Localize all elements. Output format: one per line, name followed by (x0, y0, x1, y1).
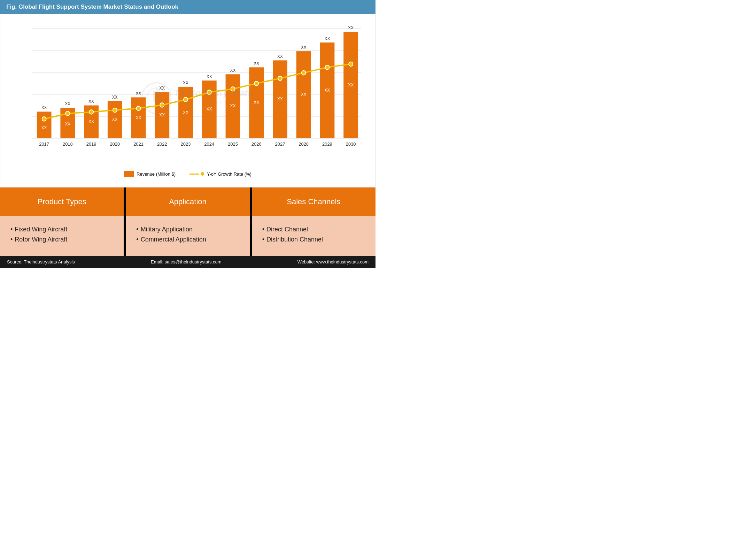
chart-area: XX XX 2017 XX XX 2018 XX XX 2019 XX XX 2… (0, 14, 376, 187)
svg-text:2028: 2028 (299, 141, 309, 147)
svg-text:XX: XX (41, 105, 47, 110)
line-dot-2019 (89, 110, 93, 114)
bottom-section: Product Types Fixed Wing Aircraft Rotor … (0, 187, 376, 256)
list-item: Military Application (136, 226, 239, 233)
svg-text:2020: 2020 (110, 141, 120, 147)
line-dot-2028 (302, 71, 306, 75)
svg-text:2021: 2021 (133, 141, 144, 147)
svg-text:The Industry Stats: The Industry Stats (174, 88, 253, 99)
svg-text:XX: XX (183, 80, 188, 85)
legend-growth: Y-oY Growth Rate (%) (189, 171, 251, 177)
line-dot-2020 (113, 108, 117, 113)
svg-text:XX: XX (88, 119, 94, 124)
svg-text:XX: XX (207, 107, 212, 112)
line-dot-2027 (278, 76, 282, 81)
legend-dot-growth (201, 172, 204, 176)
svg-text:XX: XX (254, 61, 259, 66)
footer-website: Website: www.theindustrystats.com (297, 259, 369, 264)
chart-svg: XX XX 2017 XX XX 2018 XX XX 2019 XX XX 2… (11, 21, 365, 168)
svg-text:XX: XX (324, 87, 330, 92)
legend-label-growth: Y-oY Growth Rate (%) (207, 171, 251, 177)
line-dot-2017 (42, 117, 46, 121)
footer-source: Source: Theindustrystats Analysis (7, 259, 75, 264)
svg-text:XX: XX (254, 100, 259, 105)
svg-text:XX: XX (136, 91, 141, 96)
svg-text:2029: 2029 (322, 141, 332, 147)
svg-text:XX: XX (348, 25, 354, 30)
svg-rect-52 (158, 93, 161, 102)
svg-text:XX: XX (65, 122, 70, 126)
svg-text:XX: XX (41, 125, 47, 130)
page-title: Fig. Global Flight Support System Market… (6, 3, 369, 10)
product-types-content: Fixed Wing Aircraft Rotor Wing Aircraft (0, 216, 124, 256)
product-types-list: Fixed Wing Aircraft Rotor Wing Aircraft (10, 226, 113, 243)
legend-rect-revenue (124, 171, 134, 177)
legend-line-container (189, 172, 204, 176)
svg-text:XX: XX (183, 110, 188, 115)
svg-text:XX: XX (324, 36, 330, 41)
svg-text:XX: XX (88, 99, 94, 104)
svg-text:2019: 2019 (86, 141, 96, 147)
sales-channels-content: Direct Channel Distribution Channel (252, 216, 376, 256)
svg-text:2030: 2030 (346, 141, 356, 147)
page-header: Fig. Global Flight Support System Market… (0, 0, 376, 14)
svg-text:2024: 2024 (204, 141, 214, 147)
footer-email: Email: sales@theindustrystats.com (151, 259, 222, 264)
line-dot-2026 (254, 81, 258, 86)
svg-text:XX: XX (277, 54, 283, 59)
svg-text:2023: 2023 (181, 141, 191, 147)
list-item: Direct Channel (262, 226, 365, 233)
line-dot-2021 (137, 106, 141, 111)
product-types-box: Product Types Fixed Wing Aircraft Rotor … (0, 187, 124, 256)
legend-revenue: Revenue (Million $) (124, 171, 176, 177)
list-item: Distribution Channel (262, 236, 365, 243)
line-dot-2030 (349, 62, 353, 67)
svg-text:XX: XX (136, 115, 141, 120)
svg-text:2022: 2022 (157, 141, 167, 147)
svg-rect-50 (153, 91, 155, 102)
svg-text:XX: XX (112, 94, 118, 99)
line-dot-2029 (325, 65, 329, 70)
application-list: Military Application Commercial Applicat… (136, 226, 239, 243)
legend-label-revenue: Revenue (Million $) (137, 171, 176, 177)
svg-text:XX: XX (65, 101, 70, 106)
svg-text:XX: XX (348, 83, 354, 87)
legend-line-growth (189, 174, 199, 175)
list-item: Commercial Application (136, 236, 239, 243)
svg-text:market  research: market research (174, 100, 227, 105)
svg-text:XX: XX (230, 103, 236, 108)
sales-channels-list: Direct Channel Distribution Channel (262, 226, 365, 243)
svg-text:2027: 2027 (275, 141, 285, 147)
line-dot-2018 (65, 111, 70, 116)
chart-legend: Revenue (Million $) Y-oY Growth Rate (%) (11, 168, 365, 184)
svg-text:2017: 2017 (39, 141, 49, 147)
application-header: Application (126, 187, 249, 216)
svg-text:XX: XX (301, 45, 307, 49)
svg-text:2025: 2025 (228, 141, 238, 147)
svg-text:XX: XX (301, 92, 307, 97)
svg-rect-51 (156, 88, 158, 102)
svg-text:2018: 2018 (63, 141, 73, 147)
sales-channels-box: Sales Channels Direct Channel Distributi… (252, 187, 376, 256)
svg-text:2026: 2026 (251, 141, 262, 147)
list-item: Rotor Wing Aircraft (10, 236, 113, 243)
product-types-header: Product Types (0, 187, 124, 216)
list-item: Fixed Wing Aircraft (10, 226, 113, 233)
sales-channels-header: Sales Channels (252, 187, 376, 216)
svg-text:XX: XX (112, 117, 118, 122)
page-footer: Source: Theindustrystats Analysis Email:… (0, 256, 376, 268)
application-content: Military Application Commercial Applicat… (126, 216, 249, 256)
chart-container: XX XX 2017 XX XX 2018 XX XX 2019 XX XX 2… (11, 21, 365, 168)
svg-text:XX: XX (277, 97, 283, 101)
svg-text:XX: XX (207, 74, 212, 79)
application-box: Application Military Application Commerc… (126, 187, 249, 256)
svg-text:XX: XX (230, 68, 236, 73)
